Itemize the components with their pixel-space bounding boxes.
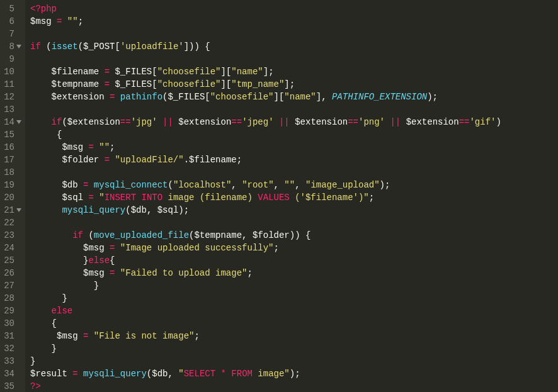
code-line[interactable]: { (30, 128, 501, 141)
code-line[interactable]: $db = mysqli_connect("localhost", "root"… (30, 179, 501, 191)
line-number: 13 (3, 103, 21, 116)
code-line[interactable] (30, 166, 501, 179)
line-number: 23 (3, 229, 21, 242)
line-number: 6 (3, 15, 21, 28)
line-number: 9 (3, 53, 21, 65)
code-line[interactable]: $sql = "INSERT INTO image (filename) VAL… (30, 191, 501, 204)
code-line[interactable]: $result = mysqli_query($db, "SELECT * FR… (30, 367, 501, 380)
code-line[interactable]: $msg = "Failed to upload image"; (30, 267, 501, 279)
code-line[interactable]: $msg = ""; (30, 15, 501, 28)
line-number-gutter: 5678910111213141516171819202122232425262… (0, 0, 25, 392)
code-line[interactable]: $extension = pathinfo($_FILES["choosefil… (30, 91, 501, 103)
line-number: 33 (3, 355, 21, 367)
code-line[interactable]: } (30, 292, 501, 305)
line-number: 30 (3, 317, 21, 330)
line-number: 29 (3, 305, 21, 317)
line-number: 10 (3, 65, 21, 78)
code-line[interactable]: if (isset($_POST['uploadfile'])) { (30, 40, 501, 53)
code-line[interactable]: $folder = "uploadFile/".$filename; (30, 154, 501, 166)
line-number: 28 (3, 292, 21, 305)
line-number: 17 (3, 154, 21, 166)
line-number: 18 (3, 166, 21, 179)
code-editor-content[interactable]: <?php$msg = ""; if (isset($_POST['upload… (25, 0, 501, 392)
line-number: 25 (3, 254, 21, 267)
code-line[interactable]: $tempname = $_FILES["choosefile"]["tmp_n… (30, 78, 501, 91)
line-number: 8 (3, 40, 21, 53)
fold-toggle-icon[interactable] (16, 45, 21, 48)
line-number: 27 (3, 279, 21, 292)
code-line[interactable]: } (30, 355, 501, 367)
line-number: 26 (3, 267, 21, 279)
code-line[interactable] (30, 103, 501, 116)
line-number: 16 (3, 141, 21, 154)
line-number: 19 (3, 179, 21, 191)
code-line[interactable]: { (30, 317, 501, 330)
line-number: 22 (3, 216, 21, 229)
line-number: 15 (3, 128, 21, 141)
code-line[interactable]: $msg = "File is not image"; (30, 330, 501, 342)
line-number: 14 (3, 116, 21, 128)
line-number: 7 (3, 28, 21, 40)
line-number: 24 (3, 242, 21, 254)
line-number: 20 (3, 191, 21, 204)
code-line[interactable]: }else{ (30, 254, 501, 267)
code-line[interactable]: if($extension=='jpg' || $extension=='jpe… (30, 116, 501, 128)
line-number: 34 (3, 367, 21, 380)
code-line[interactable]: else (30, 305, 501, 317)
line-number: 11 (3, 78, 21, 91)
fold-toggle-icon[interactable] (16, 208, 21, 212)
code-line[interactable]: } (30, 279, 501, 292)
fold-toggle-icon[interactable] (16, 120, 21, 124)
code-line[interactable]: $msg = "Image uploaded successfully"; (30, 242, 501, 254)
code-line[interactable] (30, 28, 501, 40)
code-line[interactable]: $msg = ""; (30, 141, 501, 154)
line-number: 21 (3, 204, 21, 216)
code-line[interactable]: mysqli_query($db, $sql); (30, 204, 501, 216)
code-line[interactable] (30, 216, 501, 229)
line-number: 35 (3, 380, 21, 392)
line-number: 32 (3, 342, 21, 355)
line-number: 5 (3, 3, 21, 15)
code-line[interactable]: <?php (30, 3, 501, 15)
code-line[interactable]: } (30, 342, 501, 355)
line-number: 12 (3, 91, 21, 103)
code-line[interactable] (30, 53, 501, 65)
code-line[interactable]: ?> (30, 380, 501, 392)
line-number: 31 (3, 330, 21, 342)
code-line[interactable]: $filename = $_FILES["choosefile"]["name"… (30, 65, 501, 78)
code-line[interactable]: if (move_uploaded_file($tempname, $folde… (30, 229, 501, 242)
